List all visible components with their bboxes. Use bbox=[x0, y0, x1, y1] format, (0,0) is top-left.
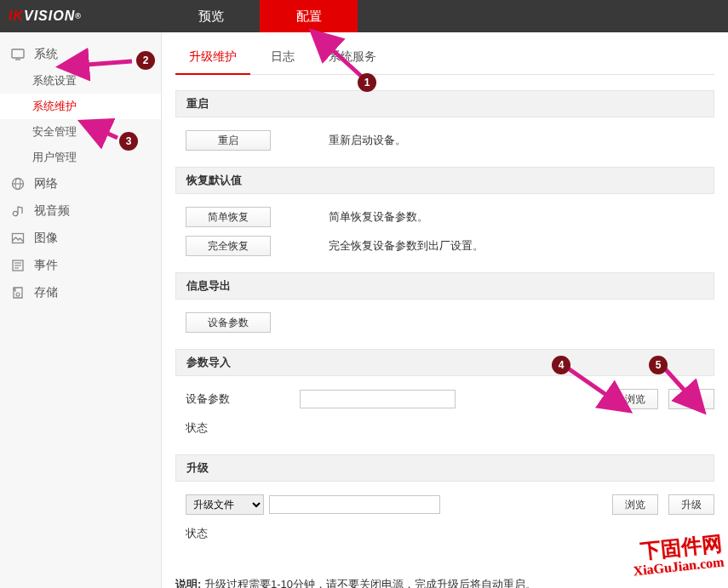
sidebar-sub-security[interactable]: 安全管理 bbox=[0, 119, 161, 145]
svg-rect-6 bbox=[13, 234, 24, 243]
system-icon bbox=[10, 47, 26, 62]
import-path-input[interactable] bbox=[300, 390, 456, 408]
upgrade-note: 说明: 升级过程需要1-10分钟，请不要关闭电源，完成升级后将自动重启。 bbox=[175, 577, 714, 588]
full-restore-button[interactable]: 完全恢复 bbox=[186, 236, 271, 256]
body: 系统 系统设置 系统维护 安全管理 用户管理 网络 视音频 图像 bbox=[0, 32, 728, 588]
sidebar-sub-system-maint[interactable]: 系统维护 bbox=[0, 94, 161, 119]
section-upgrade-title: 升级 bbox=[175, 454, 714, 481]
logo: IKVISION® bbox=[0, 0, 162, 32]
sidebar-item-event[interactable]: 事件 bbox=[0, 252, 161, 279]
sidebar-item-label: 图像 bbox=[34, 231, 58, 246]
tab-service[interactable]: 系统服务 bbox=[315, 43, 390, 74]
import-label: 设备参数 bbox=[175, 391, 295, 407]
event-icon bbox=[10, 258, 26, 273]
tab-log[interactable]: 日志 bbox=[257, 43, 308, 74]
sidebar-item-label: 网络 bbox=[34, 176, 58, 191]
sidebar-item-av[interactable]: 视音频 bbox=[0, 197, 161, 225]
topnav-preview[interactable]: 预览 bbox=[162, 0, 260, 32]
upgrade-browse-button[interactable]: 浏览 bbox=[612, 494, 658, 515]
sidebar-item-network[interactable]: 网络 bbox=[0, 170, 161, 197]
svg-point-5 bbox=[13, 211, 17, 215]
svg-rect-0 bbox=[12, 49, 24, 58]
sidebar-item-storage[interactable]: 存储 bbox=[0, 279, 161, 306]
section-import-title: 参数导入 bbox=[175, 349, 714, 375]
av-icon bbox=[10, 203, 26, 219]
import-browse-button[interactable]: 浏览 bbox=[612, 389, 658, 409]
tab-maint[interactable]: 升级维护 bbox=[175, 43, 250, 75]
globe-icon bbox=[10, 176, 26, 191]
restart-button[interactable]: 重启 bbox=[186, 130, 271, 151]
section-export-title: 信息导出 bbox=[175, 272, 714, 299]
logo-prefix: IK bbox=[9, 9, 24, 24]
logo-reg: ® bbox=[75, 12, 82, 20]
export-params-button[interactable]: 设备参数 bbox=[186, 312, 271, 333]
sidebar-item-label: 系统 bbox=[34, 47, 58, 62]
upgrade-path-input[interactable] bbox=[269, 495, 440, 514]
sidebar-sub-user[interactable]: 用户管理 bbox=[0, 145, 161, 170]
sidebar-item-image[interactable]: 图像 bbox=[0, 225, 161, 252]
full-restore-desc: 完全恢复设备参数到出厂设置。 bbox=[329, 238, 484, 254]
import-button[interactable]: 导入 bbox=[668, 389, 714, 409]
top-nav: 预览 配置 bbox=[162, 0, 358, 32]
main-content: 升级维护 日志 系统服务 重启 重启 重新启动设备。 恢复默认值 简单恢复 简单… bbox=[162, 32, 728, 588]
tabs: 升级维护 日志 系统服务 bbox=[175, 43, 714, 75]
section-restore-title: 恢复默认值 bbox=[175, 167, 714, 193]
logo-suffix: VISION bbox=[24, 9, 75, 24]
topnav-config[interactable]: 配置 bbox=[260, 0, 358, 32]
sidebar-sub-system-settings[interactable]: 系统设置 bbox=[0, 68, 161, 94]
image-icon bbox=[10, 231, 26, 246]
sidebar: 系统 系统设置 系统维护 安全管理 用户管理 网络 视音频 图像 bbox=[0, 32, 162, 588]
section-restart-title: 重启 bbox=[175, 90, 714, 117]
import-status-label: 状态 bbox=[175, 420, 295, 436]
restart-desc: 重新启动设备。 bbox=[329, 133, 406, 148]
simple-restore-button[interactable]: 简单恢复 bbox=[186, 207, 271, 227]
upgrade-button[interactable]: 升级 bbox=[668, 494, 714, 515]
sidebar-item-label: 存储 bbox=[34, 285, 58, 300]
upgrade-type-select[interactable]: 升级文件 bbox=[186, 494, 264, 515]
sidebar-item-label: 视音频 bbox=[34, 203, 70, 219]
sidebar-item-system[interactable]: 系统 bbox=[0, 41, 161, 68]
storage-icon bbox=[10, 285, 26, 300]
sidebar-item-label: 事件 bbox=[34, 258, 58, 273]
header: IKVISION® 预览 配置 bbox=[0, 0, 728, 32]
simple-restore-desc: 简单恢复设备参数。 bbox=[329, 209, 428, 225]
upgrade-status-label: 状态 bbox=[175, 526, 295, 541]
svg-point-11 bbox=[16, 293, 20, 296]
